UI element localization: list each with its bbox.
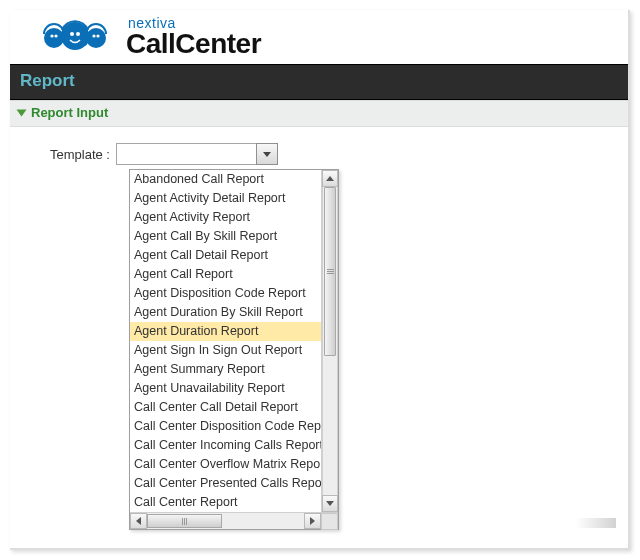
template-dropdown: Abandoned Call ReportAgent Activity Deta… — [129, 169, 339, 530]
dropdown-option[interactable]: Agent Summary Report — [130, 360, 321, 379]
dropdown-option[interactable]: Agent Duration Report — [130, 322, 321, 341]
dropdown-option[interactable]: Agent Call Detail Report — [130, 246, 321, 265]
section-collapse-icon — [17, 109, 27, 116]
dropdown-list: Abandoned Call ReportAgent Activity Deta… — [130, 170, 321, 512]
arrow-up-icon — [326, 176, 334, 181]
svg-point-5 — [50, 34, 53, 37]
form-area: Template : Abandoned Call ReportAgent Ac… — [10, 127, 628, 173]
chevron-down-icon — [263, 152, 271, 157]
brand-big: CallCenter — [126, 30, 261, 58]
horizontal-scroll-thumb[interactable] — [147, 514, 222, 528]
horizontal-scroll-track[interactable] — [147, 513, 304, 529]
arrow-right-icon — [310, 517, 315, 525]
arrow-down-icon — [326, 501, 334, 506]
template-dropdown-button[interactable] — [256, 143, 278, 165]
brand-text: nextiva CallCenter — [126, 16, 261, 58]
page-title: Report — [10, 64, 628, 100]
logo-row: nextiva CallCenter — [10, 10, 628, 64]
dropdown-option[interactable]: Call Center Overflow Matrix Report — [130, 455, 321, 474]
scroll-grip-icon — [182, 518, 188, 525]
svg-point-7 — [92, 34, 95, 37]
dropdown-option[interactable]: Call Center Presented Calls Report — [130, 474, 321, 493]
vertical-scroll-thumb[interactable] — [324, 187, 336, 356]
dropdown-option[interactable]: Call Center Disposition Code Report — [130, 417, 321, 436]
section-header[interactable]: Report Input — [10, 100, 628, 127]
scroll-up-button[interactable] — [322, 170, 338, 187]
dropdown-option[interactable]: Agent Call By Skill Report — [130, 227, 321, 246]
scroll-left-button[interactable] — [130, 513, 147, 529]
dropdown-option[interactable]: Abandoned Call Report — [130, 170, 321, 189]
dropdown-option[interactable]: Call Center Call Detail Report — [130, 398, 321, 417]
app-frame: nextiva CallCenter Report Report Input T… — [10, 10, 630, 550]
template-combo — [116, 143, 278, 165]
dropdown-option[interactable]: Call Center Report — [130, 493, 321, 512]
dropdown-option[interactable]: Agent Disposition Code Report — [130, 284, 321, 303]
svg-rect-10 — [86, 32, 90, 39]
scroll-grip-icon — [327, 269, 334, 275]
dropdown-option[interactable]: Agent Duration By Skill Report — [130, 303, 321, 322]
dropdown-option[interactable]: Call Center Incoming Calls Report — [130, 436, 321, 455]
dropdown-option[interactable]: Agent Activity Report — [130, 208, 321, 227]
dropdown-option[interactable]: Agent Unavailability Report — [130, 379, 321, 398]
svg-point-3 — [70, 32, 74, 36]
svg-point-6 — [54, 34, 57, 37]
template-label: Template : — [50, 147, 110, 162]
dropdown-option[interactable]: Agent Call Report — [130, 265, 321, 284]
svg-rect-9 — [60, 32, 64, 39]
section-label: Report Input — [31, 105, 108, 120]
arrow-left-icon — [136, 517, 141, 525]
shadow-decoration — [576, 518, 616, 528]
svg-point-4 — [76, 32, 80, 36]
template-input[interactable] — [116, 143, 256, 165]
dropdown-option[interactable]: Agent Sign In Sign Out Report — [130, 341, 321, 360]
vertical-scrollbar[interactable] — [321, 170, 338, 512]
dropdown-option[interactable]: Agent Activity Detail Report — [130, 189, 321, 208]
vertical-scroll-track[interactable] — [322, 187, 338, 495]
horizontal-scrollbar[interactable] — [130, 512, 338, 529]
scroll-corner — [321, 513, 338, 530]
scroll-down-button[interactable] — [322, 495, 338, 512]
agents-headset-icon — [38, 16, 112, 58]
template-row: Template : — [50, 143, 620, 165]
svg-point-8 — [96, 34, 99, 37]
scroll-right-button[interactable] — [304, 513, 321, 529]
